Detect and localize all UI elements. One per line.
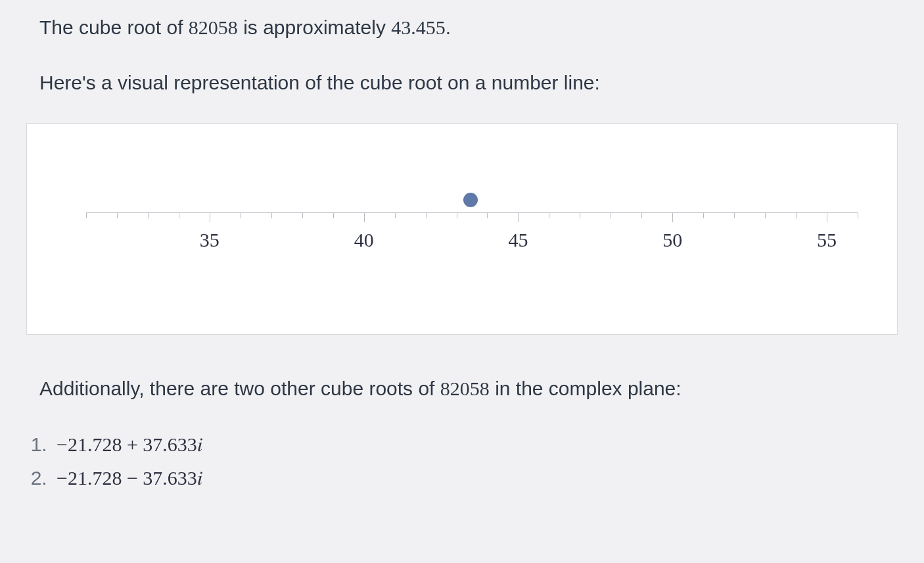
major-tick	[210, 213, 210, 222]
number-line-axis: 3540455055	[86, 212, 858, 213]
visual-intro-sentence: Here's a visual representation of the cu…	[39, 68, 898, 97]
minor-tick	[302, 213, 303, 218]
minor-tick	[241, 213, 241, 218]
major-tick	[672, 213, 673, 222]
minor-tick	[611, 213, 611, 218]
major-tick	[518, 213, 519, 222]
major-tick	[827, 213, 827, 222]
text-fragment: is approximately	[238, 16, 391, 38]
minor-tick	[426, 213, 427, 218]
minor-tick	[549, 213, 549, 218]
number-82058-b: 82058	[440, 378, 490, 399]
text-fragment: .	[446, 16, 451, 38]
minor-tick	[179, 213, 179, 218]
value-point	[463, 193, 478, 207]
page-content: The cube root of 82058 is approximately …	[0, 13, 924, 516]
text-fragment: in the complex plane:	[490, 378, 681, 399]
minor-tick	[86, 213, 87, 218]
intro-sentence: The cube root of 82058 is approximately …	[39, 13, 898, 42]
minor-tick	[858, 213, 858, 218]
list-item: −21.728 + 37.633𝑖	[53, 429, 898, 459]
minor-tick	[271, 213, 272, 218]
minor-tick	[703, 213, 704, 218]
tick-label: 50	[662, 229, 682, 251]
minor-tick	[333, 213, 334, 218]
minor-tick	[796, 213, 797, 218]
tick-label: 45	[508, 229, 528, 251]
minor-tick	[457, 213, 457, 218]
tick-label: 40	[354, 229, 374, 251]
minor-tick	[734, 213, 735, 218]
axis-line: 3540455055	[86, 212, 858, 213]
text-fragment: Additionally, there are two other cube r…	[39, 378, 440, 399]
complex-roots-list: −21.728 + 37.633𝑖 −21.728 − 37.633𝑖	[26, 429, 898, 493]
text-fragment: The cube root of	[39, 16, 189, 38]
minor-tick	[487, 213, 488, 218]
number-line-diagram: 3540455055	[26, 123, 898, 335]
minor-tick	[765, 213, 766, 218]
number-82058: 82058	[189, 16, 238, 38]
minor-tick	[641, 213, 642, 218]
minor-tick	[117, 213, 118, 218]
number-result: 43.455	[391, 16, 446, 38]
complex-root-1: −21.728 + 37.633𝑖	[57, 433, 202, 455]
major-tick	[364, 213, 365, 222]
tick-label: 35	[200, 229, 219, 251]
minor-tick	[395, 213, 396, 218]
list-item: −21.728 − 37.633𝑖	[53, 463, 898, 493]
minor-tick	[580, 213, 580, 218]
tick-label: 55	[817, 229, 837, 251]
complex-intro-sentence: Additionally, there are two other cube r…	[39, 374, 898, 403]
minor-tick	[148, 213, 149, 218]
complex-root-2: −21.728 − 37.633𝑖	[57, 467, 202, 489]
